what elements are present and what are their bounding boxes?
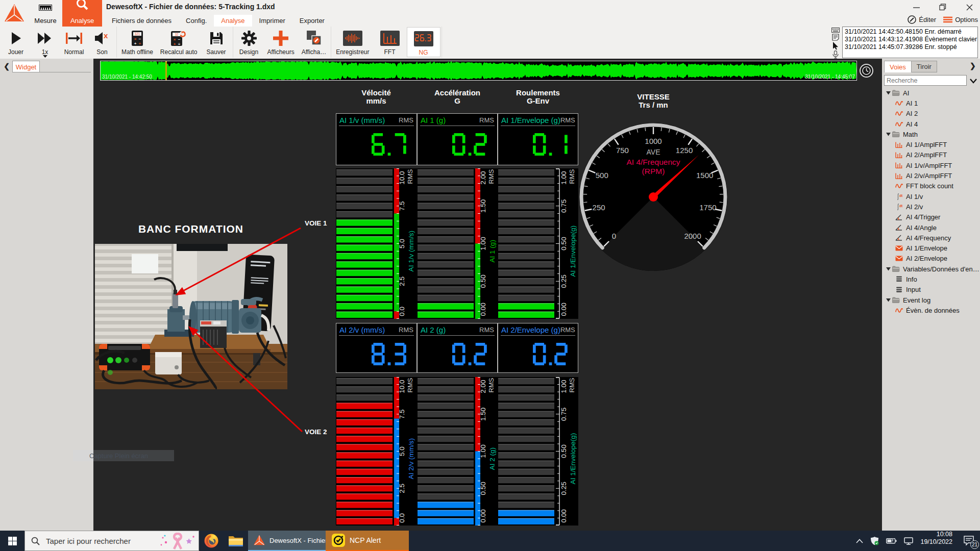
displays-add-button[interactable]: Afficheurs bbox=[264, 27, 298, 57]
taskbar-clock[interactable]: 10:08 19/10/2022 bbox=[918, 531, 958, 551]
tab-analyse[interactable]: Analyse bbox=[62, 0, 102, 27]
tree-item--v-n-de-donn-es[interactable]: Évèn. de données bbox=[882, 305, 980, 315]
taskbar-firefox-button[interactable] bbox=[199, 531, 224, 551]
meter-value bbox=[372, 133, 409, 158]
bar-meter-ai-1-v-mm-s-[interactable]: 0.02.55.07.510.0RMSAI 1/v (mm/s) bbox=[336, 168, 417, 319]
tab-widget[interactable]: Widget bbox=[12, 61, 40, 72]
taskbar-ncp-alert-button[interactable]: NCP Alert bbox=[326, 531, 409, 551]
overview-recorder-strip[interactable]: 31/10/2021 - 14:42:50 31/10/2021 - 14:45… bbox=[100, 61, 857, 81]
expand-sidebar-button[interactable]: ❯ bbox=[970, 62, 976, 70]
bar-meter-ai-1-envelope-g-[interactable]: 0.000.250.500.751.00RMSAI 1/Envelope(g) bbox=[498, 377, 578, 525]
tree-item-ai-2-amplfft[interactable]: AI 2/AmplFFT bbox=[882, 150, 980, 160]
tree-item-fft-block-count[interactable]: FFT block count bbox=[882, 181, 980, 191]
tree-item-ai-2-envelope[interactable]: AI 2/Envelope bbox=[882, 254, 980, 264]
play-button[interactable]: Jouer bbox=[1, 27, 31, 57]
normal-speed-button[interactable]: Normal bbox=[59, 27, 89, 57]
options-button[interactable]: Options bbox=[943, 16, 978, 23]
sound-button[interactable]: x Son bbox=[89, 27, 115, 57]
time-settings-button[interactable] bbox=[860, 64, 873, 78]
search-input[interactable] bbox=[885, 77, 969, 84]
math-offline-button[interactable]: 321×−+÷ Math offline bbox=[118, 27, 157, 57]
displays-edit-icon bbox=[306, 30, 322, 47]
tree-item-input[interactable]: Input bbox=[882, 285, 980, 295]
tree-item-ai-4[interactable]: AI 4 bbox=[882, 119, 980, 129]
tree-item-ai-4-trigger[interactable]: AI 4/Trigger bbox=[882, 212, 980, 222]
fft-icon bbox=[380, 30, 400, 47]
channel-label: AI 2/v (mm/s) bbox=[339, 325, 385, 334]
notification-button[interactable]: 21 bbox=[958, 531, 980, 551]
tree-item-ai-1-amplfft[interactable]: AI 1/AmplFFT bbox=[882, 139, 980, 149]
event-log-box[interactable]: 31/10/2021 14:42:50.48150 Enr. démarré31… bbox=[842, 27, 978, 58]
defender-shield-icon[interactable] bbox=[870, 536, 879, 545]
menu-item-imprimer[interactable]: Imprimer bbox=[252, 15, 292, 27]
tab-tiroir[interactable]: Tiroir bbox=[911, 61, 937, 72]
search-dropdown-chevron[interactable] bbox=[969, 76, 978, 85]
search-box[interactable] bbox=[884, 75, 967, 86]
svg-text:5.0: 5.0 bbox=[398, 239, 406, 248]
tree-group-math[interactable]: Math bbox=[882, 129, 980, 139]
expand-arrow-icon[interactable] bbox=[885, 132, 891, 136]
taskbar-explorer-button[interactable] bbox=[224, 531, 248, 551]
tree-item-ai-1-v-amplfft[interactable]: AI 1/v/AmplFFT bbox=[882, 160, 980, 170]
expand-arrow-icon[interactable] bbox=[885, 267, 891, 271]
meter-value bbox=[452, 343, 490, 367]
rpm-gauge[interactable]: 025050075010001250150017502000AVEAI 4/Fr… bbox=[574, 118, 733, 276]
tab-mesure[interactable]: Mesure bbox=[30, 0, 61, 27]
tree-group-ai[interactable]: AI bbox=[882, 88, 980, 98]
dropdown-caret-icon bbox=[43, 55, 47, 58]
bar-meter-ai-1-g-[interactable]: 0.000.501.001.502.00RMSAI 1 (g) bbox=[417, 168, 498, 319]
minimize-button[interactable] bbox=[910, 2, 923, 12]
ng-button[interactable]: NG bbox=[407, 27, 440, 57]
bar-meter-ai-2-g-[interactable]: 0.000.501.001.502.00RMSAI 2 (g) bbox=[417, 377, 498, 525]
menu-item-fichiers-de-donn-es[interactable]: Fichiers de données bbox=[105, 15, 179, 27]
bar-meter-ai-2-v-mm-s-[interactable]: 0.02.55.07.510.0RMSAI 2/v (mm/s) bbox=[336, 377, 417, 525]
tree-item-info[interactable]: Info bbox=[882, 274, 980, 284]
close-button[interactable] bbox=[963, 2, 976, 12]
digital-meter-ai-2-envelope-g-[interactable]: AI 2/Envelope (g)RMS bbox=[498, 323, 578, 373]
calculator-refresh-icon: 32×−+÷ bbox=[170, 30, 187, 47]
tree-item-ai-4-frequency[interactable]: AI 4/Frequency bbox=[882, 233, 980, 243]
taskbar-dewesoft-button[interactable]: DewesoftX - Fichier… bbox=[248, 531, 326, 551]
cursor-icon bbox=[832, 42, 839, 49]
displays-edit-button[interactable]: Afficha… bbox=[298, 27, 330, 57]
tree-group-variables-donn-es-d-en-[interactable]: Variables/Données d'en… bbox=[882, 264, 980, 274]
start-button[interactable] bbox=[0, 531, 24, 551]
bar-meter-ai-1-envelope-g-[interactable]: 0.000.250.500.751.00RMSAI 1/Envelope(g) bbox=[498, 168, 578, 319]
digital-meter-ai-1-v-mm-s-[interactable]: AI 1/v (mm/s)RMS bbox=[336, 113, 417, 165]
fft-button[interactable]: FFT bbox=[373, 27, 407, 57]
tree-item-ai-4-angle[interactable]: AI 4/Angle bbox=[882, 222, 980, 233]
tree-item-ai-1-v[interactable]: dtAI 1/v bbox=[882, 191, 980, 202]
magnifier-icon bbox=[76, 0, 89, 13]
collapse-left-panel-button[interactable]: ❮ bbox=[2, 62, 11, 71]
menu-item-exporter[interactable]: Exporter bbox=[292, 15, 332, 27]
taskbar-search[interactable]: Taper ici pour rechercher bbox=[24, 531, 199, 551]
tree-item-ai-1[interactable]: AI 1 bbox=[882, 98, 980, 108]
restore-button[interactable] bbox=[936, 2, 949, 12]
network-icon[interactable] bbox=[904, 537, 913, 545]
angle-icon bbox=[895, 224, 903, 231]
menu-item-analyse[interactable]: Analyse bbox=[214, 15, 252, 27]
battery-icon[interactable] bbox=[886, 538, 897, 544]
tree-item-ai-2-v[interactable]: dtAI 2/v bbox=[882, 202, 980, 212]
digital-meter-ai-1-g-[interactable]: AI 1 (g)RMS bbox=[417, 113, 498, 165]
save-button[interactable]: Sauver bbox=[201, 27, 232, 57]
digital-meter-ai-2-g-[interactable]: AI 2 (g)RMS bbox=[417, 323, 498, 373]
recalc-auto-button[interactable]: 32×−+÷ Recalcul auto bbox=[157, 27, 201, 57]
digital-meter-ai-1-envelope-g-[interactable]: AI 1/Envelope (g)RMS bbox=[498, 113, 578, 165]
tree-group-event-log[interactable]: Event log bbox=[882, 295, 980, 305]
menu-item-config-[interactable]: Config. bbox=[179, 15, 214, 27]
tree-item-ai-1-envelope[interactable]: AI 1/Envelope bbox=[882, 243, 980, 253]
tab-voies[interactable]: Voies bbox=[884, 61, 912, 72]
design-button[interactable]: Design bbox=[234, 27, 264, 57]
edit-button[interactable]: Éditer bbox=[908, 15, 936, 24]
fast-forward-icon bbox=[37, 30, 53, 47]
tree-item-ai-2[interactable]: AI 2 bbox=[882, 109, 980, 119]
tray-chevron-up-icon[interactable] bbox=[856, 539, 863, 543]
expand-arrow-icon[interactable] bbox=[885, 91, 891, 95]
expand-arrow-icon[interactable] bbox=[885, 298, 891, 302]
meter-divider bbox=[501, 335, 575, 336]
speed-1x-button[interactable]: 1x bbox=[31, 27, 59, 57]
recorder-button[interactable]: Enregistreur bbox=[332, 27, 373, 57]
digital-meter-ai-2-v-mm-s-[interactable]: AI 2/v (mm/s)RMS bbox=[336, 323, 417, 373]
tree-item-ai-2-v-amplfft[interactable]: AI 2/v/AmplFFT bbox=[882, 170, 980, 181]
